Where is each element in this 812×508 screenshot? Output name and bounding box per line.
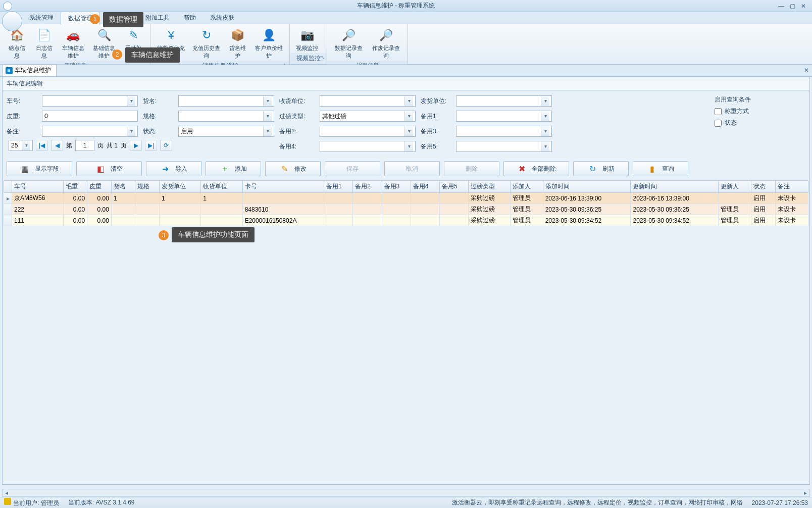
spare5-input[interactable] [456,141,552,152]
doc-tab-strip: ≡ 车辆信息维护 ✕ [0,65,812,77]
page-size-select[interactable]: 25 [9,140,33,151]
page-number-input[interactable] [75,140,94,151]
col-header[interactable]: 状态 [751,181,776,193]
col-header[interactable]: 添加时间 [543,181,631,193]
tare-input[interactable]: 0 [42,111,138,122]
pencil-icon: ✎ [279,164,289,174]
save-button[interactable]: 保存 [325,161,380,176]
eraser-icon: ◧ [95,164,106,174]
tab-icon: ≡ [6,67,13,74]
panel-title: 车辆信息编辑 [3,77,809,90]
group-launcher-icon[interactable]: ⤡ [321,55,325,60]
maximize-button[interactable]: ▢ [787,2,798,10]
query-button[interactable]: ▮查询 [633,161,688,176]
ribbon-vehicle-maint[interactable]: 🚗车辆信息维护 [58,26,89,61]
menu-addon-tools[interactable]: 附加工具 [138,12,177,24]
spare1-input[interactable] [456,111,552,122]
send-unit-input[interactable] [456,95,552,107]
col-header[interactable]: 备用2 [353,181,382,193]
ribbon-recharge-history[interactable]: ↻充值历史查询 [189,26,224,61]
table-row[interactable]: 2220.000.008483610采购过磅管理员2023-05-30 09:3… [4,204,808,215]
callout-badge-3: 3 [159,230,169,240]
table-row[interactable]: 1110.000.00E2000016150802A采购过磅管理员2023-05… [4,215,808,226]
import-button[interactable]: ➜导入 [146,161,201,176]
status-marquee: 激活衡器云，即刻享受称重记录远程查询，远程修改，远程定价，视频监控，订单查询，网… [452,498,743,507]
delete-button[interactable]: 删除 [444,161,499,176]
spare2-input[interactable] [320,126,416,137]
content-panel: 车辆信息编辑 车号: 货名: 收货单位: 发货单位: 皮重:0 规格: 过磅类型… [2,77,810,485]
close-button[interactable]: ✕ [798,2,809,10]
status-datetime: 2023-07-27 17:26:53 [752,499,808,506]
ribbon-customer-price[interactable]: 👤客户单价维护 [251,26,286,61]
ribbon-goods-maint[interactable]: 📦货名维护 [224,26,251,61]
edit-icon: ✎ [125,27,141,43]
ribbon-video-monitor[interactable]: 📷视频监控 [293,26,321,53]
recv-unit-input[interactable] [320,95,416,107]
spare4-input[interactable] [320,141,416,152]
clear-button[interactable]: ◧清空 [76,161,142,176]
opt-status[interactable]: 状态 [715,119,805,127]
cancel-button[interactable]: 取消 [384,161,440,176]
spare3-input[interactable] [456,126,552,137]
minimize-button[interactable]: — [776,2,787,10]
callout-2: 车辆信息维护 [125,47,180,63]
delete-all-icon: ✖ [517,164,527,174]
col-header[interactable]: 货名 [111,181,135,193]
col-header[interactable]: 备用5 [440,181,469,193]
camera-icon: 📷 [299,27,315,43]
first-page-button[interactable]: |◀ [36,140,48,151]
reload-button[interactable]: ⟳ [160,140,172,151]
callout-1: 数据管理 [103,12,143,27]
ribbon-void-query[interactable]: 🔎作废记录查询 [368,26,405,61]
data-table[interactable]: 车号毛重皮重货名规格发货单位收货单位卡号备用1备用2备用3备用4备用5过磅类型添… [4,180,808,226]
refresh-icon: ↻ [587,164,597,174]
ribbon-log-info[interactable]: 📄日志信息 [30,26,58,61]
table-row[interactable]: ▸京AM8W560.000.00111采购过磅管理员2023-06-16 13:… [4,193,808,204]
spec-input[interactable] [178,111,274,122]
refresh-button[interactable]: ↻刷新 [573,161,629,176]
col-header[interactable]: 毛重 [63,181,87,193]
col-header[interactable]: 车号 [12,181,64,193]
status-select[interactable]: 启用 [178,126,274,137]
col-header[interactable]: 更新时间 [631,181,719,193]
ribbon-scale-info[interactable]: 🏠磅点信息 [3,26,30,61]
col-header[interactable]: 备用4 [411,181,439,193]
col-header[interactable]: 过磅类型 [469,181,510,193]
vehicle-no-input[interactable] [42,95,138,107]
chart-icon: ▮ [647,164,657,174]
ribbon-data-query[interactable]: 🔎数据记录查询 [330,26,368,61]
col-header[interactable]: 备用1 [324,181,352,193]
app-main-logo-icon [2,11,22,31]
next-page-button[interactable]: ▶ [130,140,142,151]
col-header[interactable]: 备用3 [382,181,411,193]
prev-page-button[interactable]: ◀ [51,140,63,151]
remark-input[interactable] [42,126,138,137]
status-bar: 当前用户: 管理员 当前版本: AVSZ 3.1.4.69 激活衡器云，即刻享受… [0,497,812,508]
delete-all-button[interactable]: ✖全部删除 [503,161,569,176]
goods-input[interactable] [178,95,274,107]
col-header[interactable]: 备注 [775,181,808,193]
doc-tab-close-button[interactable]: ✕ [804,67,809,74]
last-page-button[interactable]: ▶| [145,140,157,151]
show-fields-button[interactable]: ▦显示字段 [7,161,72,176]
weigh-type-select[interactable]: 其他过磅 [320,111,416,122]
col-header[interactable]: 更新人 [719,181,751,193]
horizontal-scrollbar[interactable]: ◂ ▸ [2,489,810,497]
col-header[interactable]: 发货单位 [160,181,201,193]
col-header[interactable]: 收货单位 [201,181,242,193]
menu-system-manage[interactable]: 系统管理 [22,12,61,24]
col-header[interactable]: 添加人 [510,181,543,193]
edit-button[interactable]: ✎修改 [265,161,321,176]
add-button[interactable]: ＋添加 [206,161,261,176]
doc-tab-vehicle[interactable]: ≡ 车辆信息维护 [2,64,57,76]
opt-weigh-method[interactable]: 称重方式 [715,107,805,116]
menu-help[interactable]: 帮助 [177,12,203,24]
col-header[interactable]: 卡号 [242,181,324,193]
scroll-right-button[interactable]: ▸ [801,489,809,496]
menu-skin[interactable]: 系统皮肤 [203,12,241,24]
query-options: 启用查询条件 称重方式 状态 [709,95,805,152]
col-header[interactable]: 皮重 [87,181,112,193]
void-search-icon: 🔎 [378,27,394,43]
col-header[interactable]: 规格 [135,181,160,193]
scroll-left-button[interactable]: ◂ [3,489,11,496]
